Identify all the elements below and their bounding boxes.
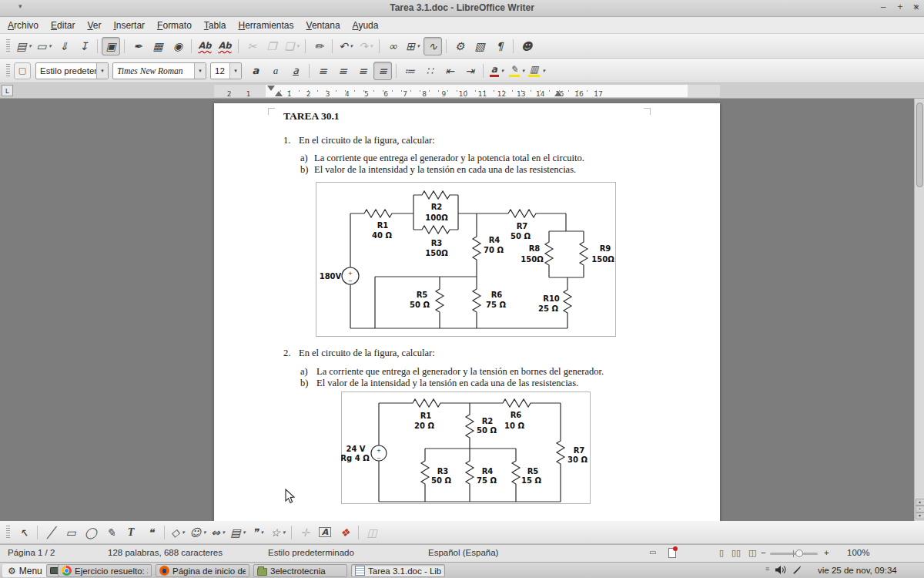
new-document-icon[interactable]: ▤▾ (15, 37, 33, 55)
menu-ver[interactable]: Ver (81, 17, 107, 34)
edit-mode-icon[interactable]: ▣ (102, 37, 120, 55)
taskbar-window-writer[interactable]: Tarea 3.1.doc - LibreO... (351, 564, 445, 577)
circuit-figure-1[interactable]: + − 180V R1 40 Ω R2 100Ω R3 150Ω R4 70 Ω… (316, 182, 616, 337)
print-directly-icon[interactable]: ✒ (129, 37, 147, 55)
freeform-line-icon[interactable]: ✎ (102, 523, 120, 542)
right-indent-marker[interactable] (554, 91, 562, 96)
tray-indicator-icon[interactable]: ≡ (765, 565, 769, 573)
menu-ayuda[interactable]: Ayuda (346, 17, 385, 34)
gear-icon[interactable]: ⚙ (450, 37, 469, 55)
brush-tool-icon[interactable] (792, 565, 802, 575)
selection-mode-icon[interactable]: ▭ (649, 548, 656, 556)
horizontal-ruler[interactable]: L 21 1234567891011121314151617 (0, 83, 924, 99)
stars-icon[interactable]: ☆▾ (269, 523, 287, 542)
zoom-slider[interactable] (770, 553, 818, 555)
decrease-indent-icon[interactable]: ⇤ (440, 62, 459, 80)
menu-herramientas[interactable]: Herramientas (233, 17, 300, 34)
document-page[interactable]: TAREA 30.1 1. En el circuito de la figur… (214, 103, 720, 521)
increase-indent-icon[interactable]: ⇥ (460, 62, 479, 80)
font-size-combo[interactable]: 12 ▾ (210, 62, 242, 79)
bullet-list-icon[interactable]: ∷ (420, 62, 439, 80)
extrusion-icon[interactable]: ◫ (363, 523, 381, 542)
toolbar-grip[interactable] (6, 526, 10, 539)
navigation-button[interactable]: • (916, 506, 924, 512)
rectangle-icon[interactable]: ▭ (62, 523, 80, 542)
print-preview-icon[interactable]: ◉ (169, 37, 187, 55)
align-center-icon[interactable]: ≡ (333, 62, 352, 80)
numbered-list-icon[interactable]: ≔ (400, 62, 419, 80)
text-box-icon[interactable]: T (122, 523, 140, 542)
save-icon[interactable]: ⇓ (55, 37, 73, 55)
previous-page-button[interactable]: ▴ (916, 499, 924, 506)
book-view-icon[interactable]: ◫ (748, 548, 756, 558)
align-left-icon[interactable]: ≡ (313, 62, 332, 80)
copy-icon[interactable]: ❐ (263, 37, 281, 55)
redo-icon[interactable]: ↷▾ (357, 37, 375, 55)
fontwork-icon[interactable]: A (316, 523, 334, 542)
menu-insertar[interactable]: Insertar (107, 17, 151, 34)
maximize-button[interactable]: + (893, 2, 907, 12)
auto-spellcheck-icon[interactable]: Ab (216, 37, 234, 55)
toolbar-grip[interactable] (6, 39, 10, 53)
bold-icon[interactable]: a (246, 62, 265, 80)
word-count[interactable]: 128 palabras, 688 caracteres (108, 548, 223, 557)
export-pdf-icon[interactable]: ↧ (75, 37, 93, 55)
draw-functions-icon[interactable]: ∿ (424, 37, 442, 55)
line-icon[interactable]: ╱ (42, 523, 60, 542)
single-page-view-icon[interactable]: ▯ (719, 548, 724, 558)
circuit-figure-2[interactable]: + − 24 V Rg 4 Ω R1 20 Ω R2 50 Ω R6 10 Ω … (341, 391, 591, 504)
paragraph-style-combo[interactable]: Estilo predeterm ▾ (35, 62, 109, 79)
points-icon[interactable]: ✛ (296, 523, 314, 542)
chevron-down-icon[interactable]: ▾ (229, 63, 241, 79)
left-indent-marker[interactable] (275, 91, 283, 96)
page-style-indicator[interactable]: Estilo predeterminado (268, 548, 354, 557)
hyperlink-icon[interactable]: ∞ (383, 37, 402, 55)
block-arrows-icon[interactable]: ⇔▾ (209, 523, 227, 542)
menu-tabla[interactable]: Tabla (198, 17, 233, 34)
zoom-out-icon[interactable]: − (761, 548, 766, 557)
table-icon[interactable]: ⊞▾ (403, 37, 422, 55)
spelling-icon[interactable]: Ab (196, 37, 214, 55)
comment-icon[interactable]: ☻ (517, 37, 536, 55)
italic-icon[interactable]: a (266, 62, 285, 80)
chevron-down-icon[interactable]: ▾ (194, 63, 206, 79)
taskbar-window-firefox[interactable]: Página de inicio de M... (156, 564, 249, 577)
toolbar-grip[interactable] (6, 64, 10, 78)
zoom-in-icon[interactable]: + (824, 548, 829, 557)
document-canvas[interactable]: TAREA 30.1 1. En el circuito de la figur… (0, 99, 914, 521)
page-indicator[interactable]: Página 1 / 2 (8, 548, 55, 557)
volume-icon[interactable] (775, 565, 787, 575)
scrollbar-thumb[interactable] (916, 102, 923, 187)
basic-shapes-icon[interactable]: ◇▾ (169, 523, 187, 542)
menu-editar[interactable]: Editar (45, 17, 81, 34)
image-icon[interactable]: ▧ (470, 37, 489, 55)
underline-icon[interactable]: a (286, 62, 305, 80)
zoom-slider-thumb[interactable] (795, 549, 803, 557)
ellipse-icon[interactable]: ◯ (82, 523, 100, 542)
callout-icon[interactable]: ❝ (142, 523, 160, 542)
align-right-icon[interactable]: ≡ (353, 62, 372, 80)
styles-panel-icon[interactable]: ▢ (14, 62, 31, 79)
highlight-color-icon[interactable]: ✎▾ (507, 62, 526, 80)
document-modified-icon[interactable] (668, 548, 676, 558)
taskbar-window-chrome[interactable]: Ejercicio resuelto: 3 g... (58, 564, 152, 577)
menu-ventana[interactable]: Ventana (300, 17, 346, 34)
first-line-indent-marker[interactable] (267, 86, 275, 91)
taskbar-window-folder[interactable]: 3electrotecnia (253, 564, 347, 577)
select-icon[interactable]: ↖ (15, 523, 33, 542)
language-indicator[interactable]: Español (España) (428, 548, 498, 557)
font-color-icon[interactable]: a▾ (487, 62, 506, 80)
multi-page-view-icon[interactable]: ▯▯ (732, 548, 741, 558)
flowchart-icon[interactable]: ▤▾ (229, 523, 247, 542)
clock[interactable]: vie 25 de nov, 09:34 (818, 566, 897, 575)
close-document-button[interactable]: × (914, 2, 919, 13)
menu-formato[interactable]: Formato (151, 17, 198, 34)
insert-image-icon[interactable]: ❖ (336, 523, 354, 542)
background-color-icon[interactable]: ▥▾ (527, 62, 546, 80)
undo-icon[interactable]: ↶▾ (336, 37, 355, 55)
font-name-combo[interactable]: Times New Roman ▾ (112, 62, 206, 79)
zoom-level[interactable]: 100% (847, 548, 869, 557)
vertical-scrollbar[interactable]: ▴ • ▾ (914, 99, 924, 521)
paste-icon[interactable]: ❑▾ (283, 37, 301, 55)
menu-archivo[interactable]: Archivo (2, 17, 45, 34)
